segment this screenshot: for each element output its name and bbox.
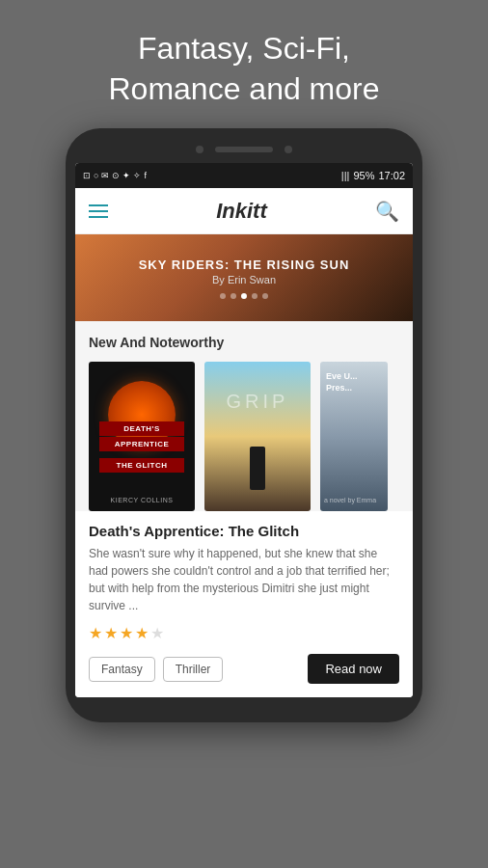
- book-cover-deaths-apprentice[interactable]: DEATH'S APPRENTICE THE GLITCH KIERCY COL…: [89, 362, 195, 511]
- chat-icon: ✧: [133, 171, 141, 180]
- grip-title: GRIP: [204, 391, 311, 413]
- section-title: New And Noteworthy: [89, 335, 399, 350]
- book-label-glitch: THE GLITCH: [99, 458, 184, 473]
- book-cover-eve[interactable]: Eve U...Pres... a novel by Emma: [320, 362, 388, 511]
- circle-icon: ○: [94, 171, 98, 180]
- grip-figure: [250, 447, 265, 490]
- star-3: ★: [120, 624, 133, 642]
- book-cover-grip[interactable]: GRIP: [204, 362, 311, 511]
- signal-bars: |||: [341, 170, 350, 181]
- tagline-line1: Fantasy, Sci-Fi,: [138, 31, 350, 66]
- status-bar: ⊡ ○ ✉ ⊙ ✦ ✧ f ||| 95% 17:02: [75, 163, 413, 188]
- hamburger-line-3: [89, 216, 108, 218]
- hero-dot-1: [220, 293, 226, 299]
- battery-pct: 95%: [353, 170, 374, 181]
- speaker-bar: [215, 147, 273, 152]
- hero-dot-4: [252, 293, 258, 299]
- hero-dot-2: [230, 293, 236, 299]
- sim-icon: ⊡: [83, 171, 91, 180]
- app-tagline: Fantasy, Sci-Fi, Romance and more: [69, 0, 418, 128]
- genre-tag-thriller[interactable]: Thriller: [163, 657, 224, 682]
- hamburger-button[interactable]: [89, 204, 108, 218]
- tagline-line2: Romance and more: [108, 71, 379, 106]
- hero-dot-3-active: [241, 293, 247, 299]
- status-right: ||| 95% 17:02: [341, 170, 405, 181]
- search-button[interactable]: 🔍: [375, 200, 399, 223]
- hamburger-line-2: [89, 210, 108, 212]
- phone-screen: ⊡ ○ ✉ ⊙ ✦ ✧ f ||| 95% 17:02 Inkitt 🔍: [75, 163, 413, 697]
- rating-stars: ★ ★ ★ ★ ★: [89, 624, 399, 642]
- book-main-title: Death's Apprentice: The Glitch: [89, 523, 399, 539]
- msg-icon: ✦: [122, 171, 130, 180]
- hamburger-line-1: [89, 204, 108, 206]
- email-icon: ✉: [101, 171, 109, 180]
- book-label-deaths: DEATH'S: [99, 421, 184, 436]
- hero-banner[interactable]: SKY RIDERS: THE RISING SUN By Erin Swan: [75, 234, 413, 321]
- book-author-label: KIERCY COLLINS: [111, 497, 174, 503]
- phone-frame: ⊡ ○ ✉ ⊙ ✦ ✧ f ||| 95% 17:02 Inkitt 🔍: [66, 128, 422, 722]
- star-1: ★: [89, 624, 102, 642]
- app-logo: Inkitt: [216, 199, 267, 224]
- clock: 17:02: [378, 170, 405, 181]
- hero-subtitle: By Erin Swan: [212, 274, 276, 285]
- app-header: Inkitt 🔍: [75, 188, 413, 234]
- sensor-dot: [285, 146, 292, 153]
- eve-author: a novel by Emma: [324, 497, 376, 503]
- hero-pagination-dots: [220, 293, 268, 299]
- book-label-apprentice: APPRENTICE: [99, 437, 184, 451]
- star-4: ★: [135, 624, 149, 642]
- genre-tag-fantasy[interactable]: Fantasy: [89, 657, 155, 682]
- books-row: DEATH'S APPRENTICE THE GLITCH KIERCY COL…: [89, 362, 399, 511]
- camera-dot: [196, 146, 203, 153]
- genre-tags: Fantasy Thriller: [89, 657, 223, 682]
- hero-title: SKY RIDERS: THE RISING SUN: [139, 258, 350, 272]
- wifi-icon: ⊙: [112, 171, 120, 180]
- fb-icon: f: [144, 171, 147, 180]
- phone-bottom-bar: [75, 697, 413, 711]
- read-now-button[interactable]: Read now: [308, 654, 399, 684]
- hero-dot-5: [262, 293, 268, 299]
- book-description: She wasn't sure why it happened, but she…: [89, 545, 399, 614]
- action-row: Fantasy Thriller Read now: [89, 654, 399, 697]
- book-detail-section: Death's Apprentice: The Glitch She wasn'…: [75, 511, 413, 697]
- eve-title-overlay: Eve U...Pres...: [326, 371, 358, 393]
- new-noteworthy-section: New And Noteworthy DEATH'S APPRENTICE TH…: [75, 321, 413, 511]
- star-2: ★: [104, 624, 118, 642]
- star-5-empty: ★: [150, 624, 164, 642]
- phone-top-bar: [75, 140, 413, 163]
- status-icons-left: ⊡ ○ ✉ ⊙ ✦ ✧ f: [83, 171, 147, 180]
